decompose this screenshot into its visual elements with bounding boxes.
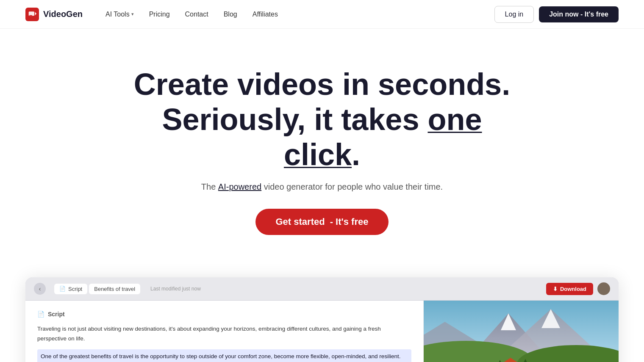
login-button[interactable]: Log in	[494, 6, 534, 23]
nav-affiliates[interactable]: Affiliates	[247, 7, 284, 22]
nav-links: AI Tools ▾ Pricing Contact Blog Affiliat…	[100, 7, 284, 22]
logo-text: VideoGen	[43, 9, 83, 19]
navbar-left: VideoGen AI Tools ▾ Pricing Contact Blog…	[25, 7, 284, 22]
back-button[interactable]: ‹	[34, 283, 46, 295]
app-preview: ‹ 📄 Script Benefits of travel Last modif…	[25, 277, 619, 362]
chevron-down-icon: ▾	[131, 11, 134, 17]
hero-subtitle: The AI-powered video generator for peopl…	[201, 182, 443, 192]
video-thumbnail	[424, 301, 619, 362]
preview-content: 📄 Script Traveling is not just about vis…	[25, 301, 619, 362]
download-button[interactable]: ⬇ Download	[546, 283, 593, 295]
navbar: VideoGen AI Tools ▾ Pricing Contact Blog…	[0, 0, 644, 29]
hero-section: Create videos in seconds. Seriously, it …	[0, 29, 644, 260]
download-icon: ⬇	[553, 286, 558, 292]
script-doc-icon: 📄	[37, 311, 44, 318]
logo-icon	[25, 8, 39, 21]
document-icon: 📄	[59, 286, 66, 292]
svg-marker-1	[35, 12, 36, 15]
modified-timestamp: Last modified just now	[150, 286, 201, 292]
script-paragraph-1: Traveling is not just about visiting new…	[37, 324, 411, 343]
tab-navigation: 📄 Script Benefits of travel	[54, 284, 140, 294]
navbar-right: Log in Join now - It's free	[494, 6, 619, 23]
user-avatar[interactable]	[597, 282, 610, 295]
mountain-svg	[424, 301, 619, 362]
svg-rect-2	[29, 15, 32, 16]
preview-titlebar: ‹ 📄 Script Benefits of travel Last modif…	[25, 277, 619, 301]
titlebar-right: ⬇ Download	[546, 282, 610, 295]
get-started-button[interactable]: Get started - It's free	[255, 209, 389, 235]
nav-contact[interactable]: Contact	[179, 7, 214, 22]
nav-ai-tools[interactable]: AI Tools ▾	[100, 7, 140, 22]
nav-blog[interactable]: Blog	[218, 7, 243, 22]
script-panel: 📄 Script Traveling is not just about vis…	[25, 301, 424, 362]
logo-svg	[28, 10, 36, 19]
ai-powered-link[interactable]: AI-powered	[218, 182, 261, 191]
script-paragraph-2-highlighted: One of the greatest benefits of travel i…	[37, 349, 411, 362]
logo-link[interactable]: VideoGen	[25, 8, 83, 21]
nav-pricing[interactable]: Pricing	[143, 7, 176, 22]
join-button[interactable]: Join now - It's free	[539, 6, 619, 22]
video-panel	[424, 301, 619, 362]
hero-title: Create videos in seconds. Seriously, it …	[131, 67, 513, 172]
script-header: 📄 Script	[37, 311, 411, 318]
script-tab[interactable]: 📄 Script	[54, 284, 87, 294]
benefits-tab[interactable]: Benefits of travel	[89, 284, 140, 294]
